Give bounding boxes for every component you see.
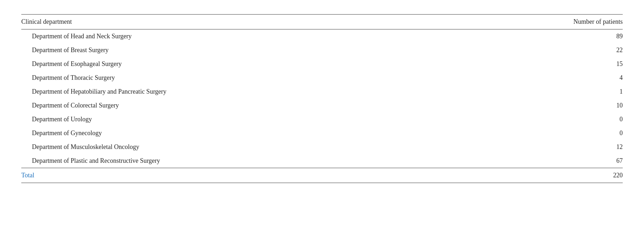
header-patient-count: Number of patients: [474, 15, 623, 29]
patient-count: 15: [474, 57, 623, 71]
table-row: Department of Head and Neck Surgery89: [21, 29, 623, 44]
table-row: Department of Gynecology0: [21, 126, 623, 140]
patient-count: 1: [474, 85, 623, 99]
department-name: Department of Thoracic Surgery: [21, 71, 474, 85]
table-footer-row: Total 220: [21, 168, 623, 183]
table-header-row: Clinical department Number of patients: [21, 15, 623, 29]
patient-count: 4: [474, 71, 623, 85]
table-row: Department of Plastic and Reconstructive…: [21, 154, 623, 168]
department-name: Department of Urology: [21, 112, 474, 126]
department-name: Department of Gynecology: [21, 126, 474, 140]
footer-total: 220: [474, 168, 623, 183]
table-row: Department of Esophageal Surgery15: [21, 57, 623, 71]
patient-count: 12: [474, 140, 623, 154]
department-name: Department of Hepatobiliary and Pancreat…: [21, 85, 474, 99]
patient-count: 0: [474, 112, 623, 126]
patient-count: 10: [474, 99, 623, 112]
department-name: Department of Esophageal Surgery: [21, 57, 474, 71]
department-name: Department of Musculoskeletal Oncology: [21, 140, 474, 154]
department-name: Department of Breast Surgery: [21, 43, 474, 57]
table-wrapper: Clinical department Number of patients D…: [21, 14, 623, 183]
patient-count: 22: [474, 43, 623, 57]
patient-count: 67: [474, 154, 623, 168]
table-row: Department of Breast Surgery22: [21, 43, 623, 57]
table-row: Department of Colorectal Surgery10: [21, 99, 623, 112]
footer-label: Total: [21, 168, 474, 183]
department-name: Department of Head and Neck Surgery: [21, 29, 474, 44]
table-row: Department of Thoracic Surgery4: [21, 71, 623, 85]
department-name: Department of Plastic and Reconstructive…: [21, 154, 474, 168]
table-body: Department of Head and Neck Surgery89Dep…: [21, 29, 623, 168]
table-row: Department of Urology0: [21, 112, 623, 126]
header-department: Clinical department: [21, 15, 474, 29]
table-row: Department of Musculoskeletal Oncology12: [21, 140, 623, 154]
patient-count: 89: [474, 29, 623, 44]
table-row: Department of Hepatobiliary and Pancreat…: [21, 85, 623, 99]
patient-count: 0: [474, 126, 623, 140]
department-name: Department of Colorectal Surgery: [21, 99, 474, 112]
clinical-department-table: Clinical department Number of patients D…: [21, 14, 623, 183]
